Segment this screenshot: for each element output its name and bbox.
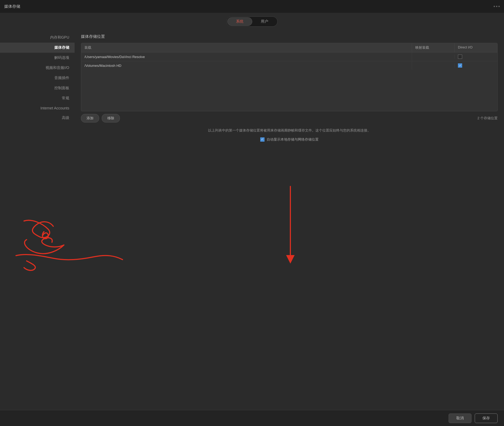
add-button[interactable]: 添加 bbox=[81, 114, 99, 122]
row-2-direct-io[interactable] bbox=[455, 61, 497, 70]
tab-system[interactable]: 系统 bbox=[227, 17, 252, 26]
title-bar: 媒体存储 bbox=[0, 0, 504, 13]
checkbox-row2-direct-io[interactable] bbox=[458, 63, 462, 68]
sidebar-item-memory-gpu[interactable]: 内存和GPU bbox=[0, 32, 75, 43]
content-area: 媒体存储位置 装载 映射装载 Direct I/O /Users/yamaai/… bbox=[75, 30, 504, 426]
sidebar-item-video-audio-io[interactable]: 视频和音频I/O bbox=[0, 63, 75, 73]
content-section-title: 媒体存储位置 bbox=[81, 34, 498, 39]
auto-checkbox-row: 自动显示本地存储与网络存储位置 bbox=[81, 137, 498, 142]
column-header-mount: 装载 bbox=[81, 43, 412, 52]
tab-group: 系统 用户 bbox=[226, 17, 278, 27]
remove-button[interactable]: 移除 bbox=[102, 114, 120, 122]
sidebar-item-media-storage[interactable]: 媒体存储 bbox=[0, 43, 75, 53]
sidebar-item-advanced[interactable]: 高级 bbox=[0, 113, 75, 123]
table-row[interactable]: /Volumes/Macintosh HD bbox=[81, 61, 497, 70]
checkbox-row1-direct-io[interactable] bbox=[458, 55, 462, 59]
sidebar-item-general[interactable]: 常规 bbox=[0, 93, 75, 103]
sidebar-item-internet-accounts[interactable]: Internet Accounts bbox=[0, 103, 75, 113]
row-1-mount: /Users/yamaai/Movies/DaVinci Resolve bbox=[81, 53, 412, 61]
storage-table: 装载 映射装载 Direct I/O /Users/yamaai/Movies/… bbox=[81, 43, 498, 111]
dot-2 bbox=[496, 6, 497, 7]
tab-user[interactable]: 用户 bbox=[252, 17, 277, 26]
row-1-direct-io[interactable] bbox=[455, 52, 497, 61]
row-1-mapped-mount bbox=[412, 55, 455, 59]
dot-1 bbox=[494, 6, 495, 7]
bottom-bar: 取消 保存 bbox=[0, 410, 504, 426]
save-button[interactable]: 保存 bbox=[475, 413, 498, 423]
sidebar: 内存和GPU 媒体存储 解码选项 视频和音频I/O 音频插件 控制面板 常规 I… bbox=[0, 30, 75, 426]
info-text: 以上列表中的第一个媒体存储位置将被用来存储画廊静帧和缓存文件。这个位置应始终与您… bbox=[81, 128, 498, 133]
dot-3 bbox=[498, 6, 500, 7]
window-title: 媒体存储 bbox=[4, 4, 20, 9]
sidebar-item-audio-plugins[interactable]: 音频插件 bbox=[0, 73, 75, 83]
sidebar-item-decode-options[interactable]: 解码选项 bbox=[0, 53, 75, 63]
sidebar-item-control-panel[interactable]: 控制面板 bbox=[0, 83, 75, 93]
auto-checkbox-label: 自动显示本地存储与网络存储位置 bbox=[267, 137, 319, 142]
column-header-mapped-mount: 映射装载 bbox=[412, 43, 455, 52]
window-menu-dots[interactable] bbox=[494, 6, 500, 7]
buttons-row: 添加 移除 2 个存储位置 bbox=[81, 114, 498, 122]
main-layout: 内存和GPU 媒体存储 解码选项 视频和音频I/O 音频插件 控制面板 常规 I… bbox=[0, 30, 504, 426]
table-body: /Users/yamaai/Movies/DaVinci Resolve /Vo… bbox=[81, 52, 497, 111]
row-2-mount: /Volumes/Macintosh HD bbox=[81, 62, 412, 70]
table-row[interactable]: /Users/yamaai/Movies/DaVinci Resolve bbox=[81, 52, 497, 61]
cancel-button[interactable]: 取消 bbox=[449, 413, 472, 423]
tab-switcher: 系统 用户 bbox=[0, 13, 504, 30]
row-2-mapped-mount bbox=[412, 63, 455, 68]
table-header: 装载 映射装载 Direct I/O bbox=[81, 43, 497, 52]
column-header-direct-io: Direct I/O bbox=[455, 43, 497, 52]
auto-display-checkbox[interactable] bbox=[260, 137, 265, 142]
storage-count: 2 个存储位置 bbox=[477, 116, 498, 121]
